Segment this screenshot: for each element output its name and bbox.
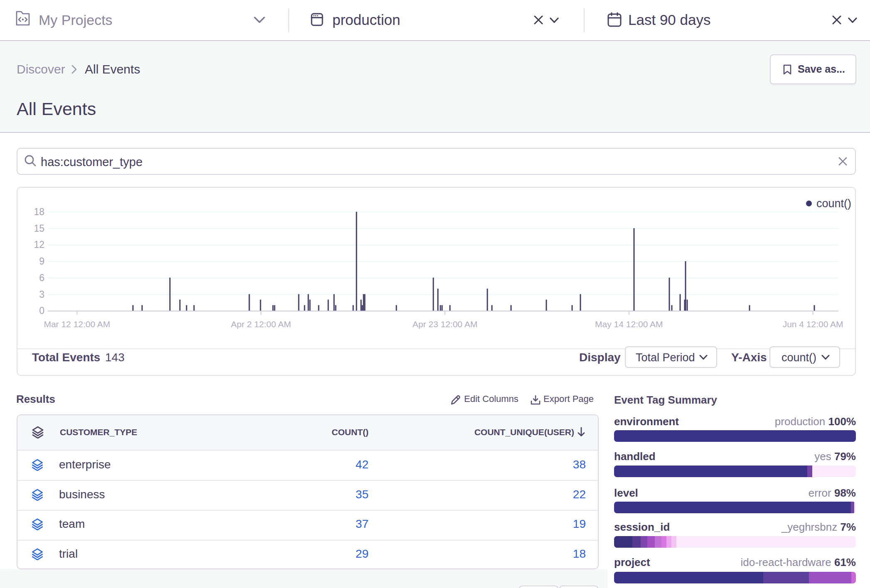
svg-text:Jun 4 12:00 AM: Jun 4 12:00 AM bbox=[783, 319, 843, 329]
svg-text:0: 0 bbox=[39, 305, 44, 316]
svg-text:May 14 12:00 AM: May 14 12:00 AM bbox=[595, 319, 663, 329]
svg-text:9: 9 bbox=[39, 256, 44, 267]
svg-text:15: 15 bbox=[34, 223, 44, 234]
svg-text:Apr 2 12:00 AM: Apr 2 12:00 AM bbox=[231, 319, 291, 329]
svg-text:Mar 12 12:00 AM: Mar 12 12:00 AM bbox=[44, 319, 110, 329]
svg-text:18: 18 bbox=[34, 206, 44, 217]
svg-text:count(): count() bbox=[816, 197, 851, 210]
svg-text:6: 6 bbox=[39, 272, 44, 283]
svg-text:12: 12 bbox=[34, 239, 44, 250]
svg-text:3: 3 bbox=[39, 289, 44, 300]
svg-text:Apr 23 12:00 AM: Apr 23 12:00 AM bbox=[413, 319, 477, 329]
